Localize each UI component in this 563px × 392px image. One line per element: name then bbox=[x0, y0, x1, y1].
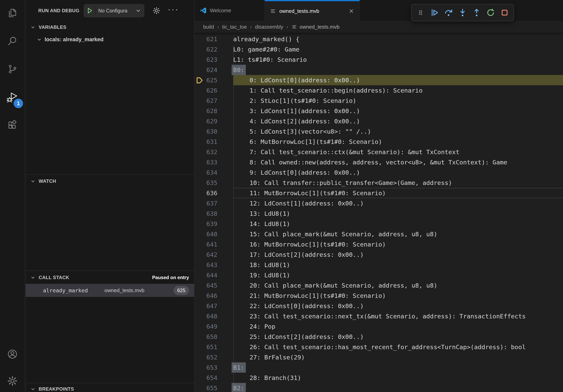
tab-owned-tests[interactable]: owned_tests.mvb bbox=[265, 0, 360, 21]
account-icon[interactable] bbox=[3, 345, 22, 364]
code-line[interactable]: 65227: BrFalse(29) bbox=[194, 352, 563, 362]
code-line[interactable]: 64520: Call place_mark(&mut Scenario, ad… bbox=[194, 280, 563, 290]
code-line-text[interactable]: 21: MutBorrowLoc[1](ts#1#0: Scenario) bbox=[233, 290, 563, 301]
tab-welcome[interactable]: Welcome bbox=[194, 0, 265, 21]
code-line[interactable]: 63712: LdConst[1](address: 0x00..) bbox=[194, 198, 563, 209]
code-line[interactable]: 6305: LdConst[3](vector<u8>: "" /..) bbox=[194, 126, 563, 137]
line-number[interactable]: 653 bbox=[194, 362, 218, 373]
code-line-text[interactable]: 1: Call test_scenario::begin(address): S… bbox=[233, 85, 563, 95]
breadcrumb-file[interactable]: owned_tests.mvb bbox=[291, 24, 340, 30]
code-line[interactable]: 63611: MutBorrowLoc[1](ts#1#0: Scenario) bbox=[194, 188, 563, 198]
code-line-text[interactable]: 28: Branch(31) bbox=[233, 373, 563, 383]
code-line-text[interactable]: 4: LdConst[2](address: 0x00..) bbox=[233, 116, 563, 126]
code-line[interactable]: 64217: LdConst[2](address: 0x00..) bbox=[194, 249, 563, 260]
code-line[interactable]: 64621: MutBorrowLoc[1](ts#1#0: Scenario) bbox=[194, 290, 563, 301]
line-number[interactable]: 644 bbox=[194, 270, 218, 280]
line-number[interactable]: 634 bbox=[194, 167, 218, 178]
code-line-text[interactable]: 6: MutBorrowLoc[1](ts#1#0: Scenario) bbox=[233, 137, 563, 147]
variables-section-header[interactable]: VARIABLES bbox=[26, 22, 194, 32]
code-line[interactable]: 65126: Call test_scenario::has_most_rece… bbox=[194, 342, 563, 352]
code-line-text[interactable]: 15: Call place_mark(&mut Scenario, addre… bbox=[233, 229, 563, 239]
line-number[interactable]: 621 bbox=[194, 34, 218, 44]
code-line[interactable]: 64722: LdConst[0](address: 0x00..) bbox=[194, 301, 563, 311]
extensions-icon[interactable] bbox=[3, 116, 22, 135]
code-line[interactable]: 655B2: bbox=[194, 383, 563, 392]
code-line[interactable]: 6316: MutBorrowLoc[1](ts#1#0: Scenario) bbox=[194, 137, 563, 147]
line-number[interactable]: 641 bbox=[194, 239, 218, 249]
code-line[interactable]: 64116: MutBorrowLoc[1](ts#1#0: Scenario) bbox=[194, 239, 563, 249]
code-line-text[interactable]: 11: MutBorrowLoc[1](ts#1#0: Scenario) bbox=[233, 188, 563, 198]
line-number[interactable]: 655 bbox=[194, 383, 218, 392]
debug-gear-icon[interactable] bbox=[152, 7, 161, 15]
code-line[interactable]: 6327: Call test_scenario::ctx(&mut Scena… bbox=[194, 147, 563, 157]
code-line-text[interactable]: L0: game#2#0: Game bbox=[233, 44, 563, 54]
code-line-text[interactable]: B0: bbox=[233, 65, 563, 75]
code-line-text[interactable]: 22: LdConst[0](address: 0x00..) bbox=[233, 301, 563, 311]
line-number[interactable]: 629 bbox=[194, 116, 218, 126]
line-number[interactable]: 642 bbox=[194, 249, 218, 260]
code-line[interactable]: 64823: Call test_scenario::next_tx(&mut … bbox=[194, 311, 563, 321]
code-line[interactable]: 64318: LdU8(1) bbox=[194, 260, 563, 270]
code-line[interactable]: 621already_marked() { bbox=[194, 34, 563, 44]
line-number[interactable]: 623 bbox=[194, 54, 218, 65]
step-over-button[interactable] bbox=[443, 7, 454, 19]
code-line[interactable]: 63914: LdU8(1) bbox=[194, 219, 563, 229]
code-line-text[interactable]: 17: LdConst[2](address: 0x00..) bbox=[233, 249, 563, 260]
drag-handle-icon[interactable] bbox=[415, 7, 426, 19]
line-number[interactable]: 632 bbox=[194, 147, 218, 157]
code-line-text[interactable]: B2: bbox=[233, 383, 563, 392]
code-line-text[interactable]: 12: LdConst[1](address: 0x00..) bbox=[233, 198, 563, 209]
settings-gear-icon[interactable] bbox=[3, 371, 22, 391]
continue-button[interactable] bbox=[429, 7, 440, 19]
step-out-button[interactable] bbox=[471, 7, 482, 19]
run-and-debug-icon[interactable]: 1 bbox=[3, 88, 22, 107]
line-number[interactable]: 631 bbox=[194, 137, 218, 147]
code-line-text[interactable]: 19: LdU8(1) bbox=[233, 270, 563, 280]
code-line[interactable]: 623L1: ts#1#0: Scenario bbox=[194, 54, 563, 65]
code-line[interactable]: 653B1: bbox=[194, 362, 563, 373]
line-number[interactable]: 647 bbox=[194, 301, 218, 311]
breadcrumb-item[interactable]: disassembly bbox=[255, 24, 283, 30]
line-number[interactable]: 643 bbox=[194, 260, 218, 270]
line-number[interactable]: 649 bbox=[194, 321, 218, 332]
code-line[interactable]: 622L0: game#2#0: Game bbox=[194, 44, 563, 54]
code-line[interactable]: 6283: LdConst[1](address: 0x00..) bbox=[194, 106, 563, 116]
code-line[interactable]: 64924: Pop bbox=[194, 321, 563, 332]
call-stack-section-header[interactable]: CALL STACK Paused on entry bbox=[26, 272, 194, 283]
restart-button[interactable] bbox=[485, 7, 496, 19]
code-line-text[interactable]: 0: LdConst[0](address: 0x00..) bbox=[233, 75, 563, 85]
code-line-text[interactable]: 5: LdConst[3](vector<u8>: "" /..) bbox=[233, 126, 563, 137]
code-line-text[interactable]: 2: StLoc[1](ts#1#0: Scenario) bbox=[233, 95, 563, 106]
line-number[interactable]: 628 bbox=[194, 106, 218, 116]
line-number[interactable]: 638 bbox=[194, 209, 218, 219]
line-number[interactable]: 651 bbox=[194, 342, 218, 352]
code-line[interactable]: 63510: Call transfer::public_transfer<Ga… bbox=[194, 178, 563, 188]
code-line-text[interactable]: 3: LdConst[1](address: 0x00..) bbox=[233, 106, 563, 116]
code-line[interactable]: 624B0: bbox=[194, 65, 563, 75]
code-line-text[interactable]: 27: BrFalse(29) bbox=[233, 352, 563, 362]
code-line-text[interactable]: 9: LdConst[0](address: 0x00..) bbox=[233, 167, 563, 178]
code-line[interactable]: 6250: LdConst[0](address: 0x00..) bbox=[194, 75, 563, 85]
more-actions-icon[interactable]: ··· bbox=[168, 6, 179, 15]
line-number[interactable]: 630 bbox=[194, 126, 218, 137]
code-line[interactable]: 6349: LdConst[0](address: 0x00..) bbox=[194, 167, 563, 178]
code-line[interactable]: 6338: Call owned::new(address, address, … bbox=[194, 157, 563, 167]
code-line-text[interactable]: B1: bbox=[233, 362, 563, 373]
call-stack-frame-row[interactable]: already_marked owned_tests.mvb 625 bbox=[26, 284, 194, 297]
breakpoints-section-header[interactable]: BREAKPOINTS bbox=[26, 384, 194, 392]
start-debug-icon[interactable] bbox=[86, 7, 93, 15]
code-line[interactable]: 64419: LdU8(1) bbox=[194, 270, 563, 280]
code-line[interactable]: 63813: LdU8(1) bbox=[194, 209, 563, 219]
code-line-text[interactable]: L1: ts#1#0: Scenario bbox=[233, 54, 563, 65]
breadcrumb-item[interactable]: tic_tac_toe bbox=[222, 24, 247, 30]
line-number[interactable]: 637 bbox=[194, 198, 218, 209]
line-number[interactable]: 622 bbox=[194, 44, 218, 54]
code-line-text[interactable]: 10: Call transfer::public_transfer<Game>… bbox=[233, 178, 563, 188]
line-number[interactable]: 624 bbox=[194, 65, 218, 75]
line-number[interactable]: 626 bbox=[194, 85, 218, 95]
debug-config-dropdown[interactable]: No Configura bbox=[84, 4, 144, 17]
source-control-icon[interactable] bbox=[3, 60, 22, 78]
code-line-text[interactable]: already_marked() { bbox=[233, 34, 563, 44]
close-icon[interactable] bbox=[348, 8, 354, 14]
code-line-text[interactable]: 7: Call test_scenario::ctx(&mut Scenario… bbox=[233, 147, 563, 157]
